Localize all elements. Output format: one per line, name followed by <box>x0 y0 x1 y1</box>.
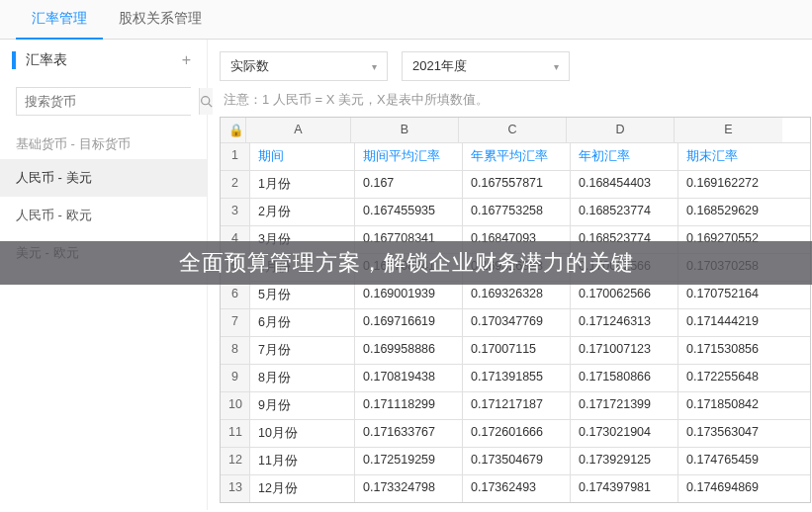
header-period-end[interactable]: 期末汇率 <box>678 143 786 170</box>
cell-value[interactable]: 0.174765459 <box>678 448 786 474</box>
grid-col-header: 🔒 A B C D E <box>221 118 810 143</box>
cell-value[interactable]: 0.17362493 <box>463 475 571 502</box>
col-label: E <box>675 118 782 142</box>
col-label: C <box>459 118 567 142</box>
cell-value[interactable]: 0.172519259 <box>355 448 463 474</box>
cell-value[interactable]: 0.172255648 <box>678 365 786 391</box>
header-year-avg[interactable]: 年累平均汇率 <box>463 143 571 170</box>
cell-value[interactable]: 0.168523774 <box>571 199 678 225</box>
row-num: 1 <box>221 143 250 170</box>
search-box <box>16 87 191 116</box>
table-row[interactable]: 1312月份0.1733247980.173624930.1743979810.… <box>221 475 810 502</box>
col-label: D <box>567 118 675 142</box>
cell-value[interactable]: 0.167753258 <box>463 199 571 225</box>
pair-header: 基础货币 - 目标货币 <box>0 129 207 159</box>
cell-value[interactable]: 0.172601666 <box>463 420 571 447</box>
cell-value[interactable]: 0.170752164 <box>678 282 786 308</box>
table-row[interactable]: 21月份0.1670.1675578710.1684544030.1691622… <box>221 171 810 199</box>
cell-period[interactable]: 5月份 <box>250 282 355 308</box>
cell-value[interactable]: 0.171580866 <box>571 365 678 391</box>
cell-value[interactable]: 0.173929125 <box>571 448 678 474</box>
cell-value[interactable]: 0.169716619 <box>355 309 463 336</box>
cell-value[interactable]: 0.169162272 <box>678 171 786 198</box>
cell-value[interactable]: 0.174694869 <box>678 475 786 502</box>
cell-value[interactable]: 0.171246313 <box>571 309 678 336</box>
row-num: 2 <box>221 171 250 198</box>
table-row[interactable]: 98月份0.1708194380.1713918550.1715808660.1… <box>221 365 810 392</box>
cell-value[interactable]: 0.170819438 <box>355 365 463 391</box>
sidebar-title-text: 汇率表 <box>26 51 67 69</box>
row-num: 8 <box>221 337 250 364</box>
cell-period[interactable]: 11月份 <box>250 448 355 474</box>
cell-period[interactable]: 2月份 <box>250 199 355 225</box>
cell-period[interactable]: 8月份 <box>250 365 355 391</box>
pair-item-cny-usd[interactable]: 人民币 - 美元 <box>0 159 207 197</box>
cell-value[interactable]: 0.168454403 <box>571 171 678 198</box>
cell-value[interactable]: 0.171391855 <box>463 365 571 391</box>
tab-rate-mgmt[interactable]: 汇率管理 <box>16 0 103 40</box>
sidebar-title: 汇率表 <box>12 51 67 69</box>
top-tabs: 汇率管理 股权关系管理 <box>0 0 812 40</box>
cell-value[interactable]: 0.171444219 <box>678 309 786 336</box>
cell-value[interactable]: 0.167455935 <box>355 199 463 225</box>
cell-period[interactable]: 1月份 <box>250 171 355 198</box>
table-row[interactable]: 109月份0.1711182990.1712171870.1717213990.… <box>221 392 810 420</box>
col-label: B <box>351 118 459 142</box>
cell-period[interactable]: 10月份 <box>250 420 355 447</box>
cell-value[interactable]: 0.173021904 <box>571 420 678 447</box>
cell-value[interactable]: 0.171007123 <box>571 337 678 364</box>
cell-value[interactable]: 0.169958886 <box>355 337 463 364</box>
cell-value[interactable]: 0.17007115 <box>463 337 571 364</box>
row-num: 10 <box>221 392 250 419</box>
row-num: 3 <box>221 199 250 225</box>
cell-value[interactable]: 0.169326328 <box>463 282 571 308</box>
cell-period[interactable]: 9月份 <box>250 392 355 419</box>
type-select-value: 实际数 <box>230 57 269 75</box>
year-select-value: 2021年度 <box>412 57 467 75</box>
sidebar-header: 汇率表 + <box>0 51 207 79</box>
year-select[interactable]: 2021年度 ▾ <box>402 51 570 81</box>
cell-value[interactable]: 0.170347769 <box>463 309 571 336</box>
cell-value[interactable]: 0.171530856 <box>678 337 786 364</box>
cell-value[interactable]: 0.171850842 <box>678 392 786 419</box>
cell-value[interactable]: 0.171118299 <box>355 392 463 419</box>
cell-value[interactable]: 0.173324798 <box>355 475 463 502</box>
cell-value[interactable]: 0.173504679 <box>463 448 571 474</box>
search-input[interactable] <box>17 88 199 115</box>
table-row[interactable]: 87月份0.1699588860.170071150.1710071230.17… <box>221 337 810 365</box>
table-row[interactable]: 1110月份0.1716337670.1726016660.1730219040… <box>221 420 810 448</box>
cell-value[interactable]: 0.174397981 <box>571 475 678 502</box>
header-year-start[interactable]: 年初汇率 <box>571 143 678 170</box>
cell-value[interactable]: 0.171633767 <box>355 420 463 447</box>
cell-value[interactable]: 0.168529629 <box>678 199 786 225</box>
cell-value[interactable]: 0.167 <box>355 171 463 198</box>
cell-value[interactable]: 0.170062566 <box>571 282 678 308</box>
table-row[interactable]: 76月份0.1697166190.1703477690.1712463130.1… <box>221 309 810 337</box>
table-row[interactable]: 1211月份0.1725192590.1735046790.1739291250… <box>221 448 810 475</box>
cell-value[interactable]: 0.171217187 <box>463 392 571 419</box>
tab-equity-mgmt[interactable]: 股权关系管理 <box>103 0 218 39</box>
row-num: 7 <box>221 309 250 336</box>
cell-value[interactable]: 0.173563047 <box>678 420 786 447</box>
cell-value[interactable]: 0.167557871 <box>463 171 571 198</box>
col-label: A <box>246 118 351 142</box>
cell-value[interactable]: 0.169001939 <box>355 282 463 308</box>
table-row[interactable]: 32月份0.1674559350.1677532580.1685237740.1… <box>221 199 810 226</box>
cell-value[interactable]: 0.171721399 <box>571 392 678 419</box>
controls: 实际数 ▾ 2021年度 ▾ <box>220 51 812 81</box>
pair-item-cny-eur[interactable]: 人民币 - 欧元 <box>0 197 207 234</box>
type-select[interactable]: 实际数 ▾ <box>220 51 388 81</box>
row-num: 9 <box>221 365 250 391</box>
header-period-avg[interactable]: 期间平均汇率 <box>355 143 463 170</box>
cell-period[interactable]: 6月份 <box>250 309 355 336</box>
chevron-down-icon: ▾ <box>554 61 559 72</box>
table-row[interactable]: 65月份0.1690019390.1693263280.1700625660.1… <box>221 282 810 309</box>
overlay-text: 全面预算管理方案，解锁企业财务潜力的关键 <box>179 248 634 278</box>
row-num: 13 <box>221 475 250 502</box>
cell-period[interactable]: 12月份 <box>250 475 355 502</box>
header-period[interactable]: 期间 <box>250 143 355 170</box>
plus-icon[interactable]: + <box>182 51 191 69</box>
cell-period[interactable]: 7月份 <box>250 337 355 364</box>
overlay-banner: 全面预算管理方案，解锁企业财务潜力的关键 <box>0 241 812 285</box>
row-num: 12 <box>221 448 250 474</box>
